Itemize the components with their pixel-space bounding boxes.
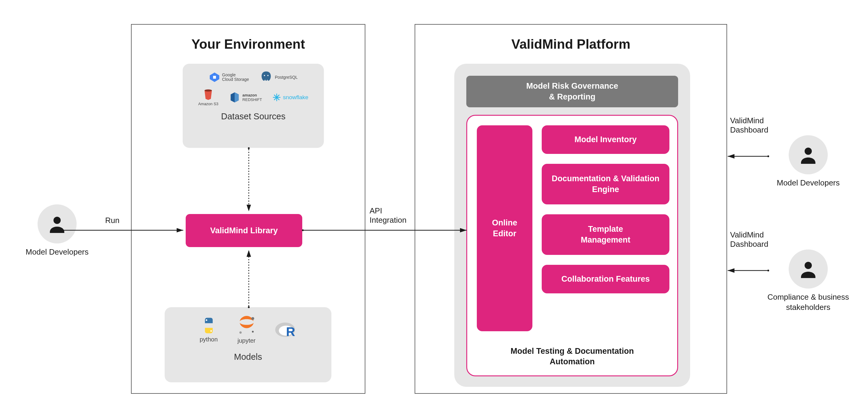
svg-point-24 bbox=[248, 147, 250, 149]
feature-label: Model Inventory bbox=[575, 135, 637, 145]
svg-point-0 bbox=[54, 217, 61, 224]
svg-point-18 bbox=[302, 229, 304, 231]
validmind-platform-title: ValidMind Platform bbox=[415, 37, 726, 52]
online-editor-label: Online Editor bbox=[492, 218, 517, 239]
dashboard-label-bottom: ValidMind Dashboard bbox=[730, 230, 768, 249]
feature-collaboration: Collaboration Features bbox=[542, 265, 670, 293]
arrow-api bbox=[302, 227, 470, 233]
postgresql-logo-icon: PostgreSQL bbox=[259, 70, 298, 84]
r-logo-icon: R bbox=[275, 321, 297, 339]
persona-model-developers-right: Model Developers bbox=[763, 135, 853, 188]
dashboard-label-top: ValidMind Dashboard bbox=[730, 116, 768, 135]
svg-point-5 bbox=[205, 90, 212, 92]
svg-point-6 bbox=[206, 319, 207, 321]
dataset-sources-box: GoogleCloud Storage PostgreSQL Amazon S3… bbox=[183, 64, 324, 148]
governance-label: Model Risk Governance & Reporting bbox=[526, 81, 618, 102]
feature-template-mgmt: Template Management bbox=[542, 214, 670, 255]
automation-box: Online Editor Model Inventory Documentat… bbox=[466, 115, 678, 376]
dataset-sources-title: Dataset Sources bbox=[189, 112, 318, 121]
automation-title: Model Testing & Documentation Automation bbox=[467, 346, 677, 367]
svg-point-26 bbox=[248, 306, 250, 308]
governance-box: Model Risk Governance & Reporting bbox=[466, 76, 678, 107]
feature-label: Collaboration Features bbox=[561, 274, 650, 284]
api-label: API Integration bbox=[370, 206, 406, 225]
arrow-models-to-lib bbox=[246, 246, 252, 308]
feature-model-inventory: Model Inventory bbox=[542, 125, 670, 154]
svg-point-15 bbox=[805, 262, 812, 269]
amazon-s3-logo-icon: Amazon S3 bbox=[198, 88, 218, 106]
online-editor-box: Online Editor bbox=[477, 125, 532, 331]
svg-point-22 bbox=[767, 270, 769, 271]
persona-label: Model Developers bbox=[18, 247, 96, 257]
persona-label: Compliance & business stakeholders bbox=[754, 292, 862, 313]
validmind-library-box: ValidMind Library bbox=[186, 214, 302, 247]
models-box: python jupyter R Models bbox=[165, 307, 331, 382]
feature-label: Documentation & Validation Engine bbox=[552, 173, 659, 195]
arrow-run bbox=[60, 227, 186, 233]
python-logo-icon: python bbox=[199, 316, 218, 343]
arrow-dashboard-top bbox=[724, 153, 769, 159]
redshift-logo-icon: amazonREDSHIFT bbox=[229, 91, 262, 103]
feature-label: Template Management bbox=[581, 224, 630, 245]
snowflake-logo-icon: snowflake bbox=[272, 93, 309, 102]
arrow-dashboard-bottom bbox=[724, 268, 769, 273]
svg-point-3 bbox=[264, 75, 265, 76]
platform-container: Model Risk Governance & Reporting Online… bbox=[454, 64, 690, 387]
arrow-datasets-to-lib bbox=[246, 147, 252, 215]
svg-point-7 bbox=[210, 330, 212, 332]
svg-point-4 bbox=[267, 75, 268, 76]
svg-point-14 bbox=[805, 148, 812, 155]
svg-point-9 bbox=[239, 331, 242, 334]
svg-point-16 bbox=[60, 229, 62, 231]
gcs-logo-icon: GoogleCloud Storage bbox=[209, 71, 249, 83]
svg-point-8 bbox=[251, 317, 254, 320]
svg-rect-2 bbox=[213, 76, 216, 79]
jupyter-logo-icon: jupyter bbox=[236, 315, 257, 344]
validmind-library-label: ValidMind Library bbox=[210, 226, 278, 235]
user-icon bbox=[37, 204, 76, 243]
svg-point-20 bbox=[767, 155, 769, 157]
svg-text:R: R bbox=[286, 325, 295, 339]
models-title: Models bbox=[170, 352, 326, 362]
your-environment-title: Your Environment bbox=[132, 37, 365, 52]
run-label: Run bbox=[105, 216, 120, 225]
user-icon bbox=[789, 135, 828, 174]
persona-label: Model Developers bbox=[763, 178, 853, 188]
user-icon bbox=[789, 249, 828, 289]
persona-compliance-stakeholders: Compliance & business stakeholders bbox=[754, 249, 862, 313]
svg-point-10 bbox=[252, 331, 254, 333]
feature-doc-validation: Documentation & Validation Engine bbox=[542, 164, 670, 204]
validmind-platform-panel: ValidMind Platform Model Risk Governance… bbox=[414, 24, 727, 394]
